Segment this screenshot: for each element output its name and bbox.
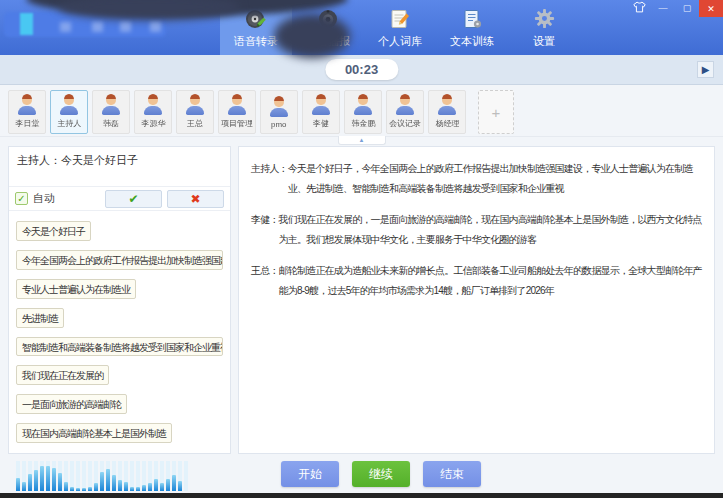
speaker-name: pmo <box>271 119 286 128</box>
waveform-bar <box>172 475 176 491</box>
waveform-bar <box>76 488 80 491</box>
speaker-card[interactable]: 王总 <box>176 90 214 134</box>
play-button[interactable]: ▶ <box>697 61 714 78</box>
divider: ▲ <box>8 136 715 146</box>
speaker-name: 杨经理 <box>435 118 459 129</box>
waveform-bar <box>64 482 68 491</box>
text-training-icon <box>460 7 484 31</box>
end-button[interactable]: 结束 <box>423 461 481 487</box>
transcript-text: 今天是个好日子，今年全国两会上的政府工作报告提出加快制造强国建设，专业人士普遍认… <box>288 159 702 199</box>
logo-ghost <box>60 22 71 32</box>
auto-label: 自动 <box>33 191 55 206</box>
speaker-card[interactable]: 项目管理 <box>218 90 256 134</box>
speaker-card[interactable]: 李健 <box>302 90 340 134</box>
waveform-bar <box>16 478 20 491</box>
live-edit-panel: 主持人：今天是个好日子 ✓ 自动 ✔ ✖ 今天是个好日子 今年全国两会上的政府工… <box>8 146 231 454</box>
auto-checkbox[interactable]: ✓ <box>15 192 28 205</box>
speaker-card[interactable]: 韩金鹏 <box>344 90 382 134</box>
waveform-bar <box>136 487 140 491</box>
waveform-bar <box>58 473 62 491</box>
close-icon: ✕ <box>707 4 715 14</box>
maximize-button[interactable]: ▢ <box>675 0 699 16</box>
waveform-bar <box>28 474 32 491</box>
phrase-tag[interactable]: 智能制造和高端装备制造将越发受到国家和企业重视 <box>16 337 223 357</box>
maximize-icon: ▢ <box>683 3 692 13</box>
waveform-bar <box>154 479 158 491</box>
waveform-bar <box>70 487 74 491</box>
waveform-bar <box>52 468 56 491</box>
minimize-icon: — <box>659 3 668 13</box>
person-avatar-icon <box>269 96 289 117</box>
waveform-bar <box>88 487 92 491</box>
waveform-bar <box>130 487 134 491</box>
waveform-bar <box>82 488 86 491</box>
phrase-tag[interactable]: 专业人士普遍认为在制造业 <box>16 279 136 299</box>
waveform-bar <box>166 479 170 491</box>
person-avatar-icon <box>437 94 457 115</box>
speaker-card[interactable]: pmo <box>260 90 298 134</box>
nav-personal-lexicon[interactable]: 个人词库 <box>364 0 436 55</box>
transcript-panel: 主持人： 今天是个好日子，今年全国两会上的政府工作报告提出加快制造强国建设，专业… <box>238 146 715 454</box>
logo-chip <box>20 13 33 35</box>
speaker-name: 主持人 <box>57 118 81 129</box>
continue-button[interactable]: 继续 <box>352 461 410 487</box>
speaker-name: 韩金鹏 <box>351 118 375 129</box>
cross-icon: ✖ <box>190 192 200 206</box>
speaker-card[interactable]: 李日堂 <box>8 90 46 134</box>
add-speaker-button[interactable]: + <box>478 90 514 134</box>
shirt-icon <box>633 1 646 15</box>
current-utterance-input[interactable]: 主持人：今天是个好日子 <box>9 147 230 187</box>
check-icon: ✔ <box>128 192 138 206</box>
footer-buttons: 开始 继续 结束 <box>281 461 481 487</box>
play-icon: ▶ <box>702 64 710 75</box>
waveform-bar <box>148 483 152 491</box>
person-avatar-icon <box>227 94 247 115</box>
discard-button[interactable]: ✖ <box>167 190 224 208</box>
person-avatar-icon <box>101 94 121 115</box>
content-area: 李日堂 主持人 韩磊 李源华 王总 项目管理 pmo 李健 韩金鹏 会议记录 杨… <box>0 85 723 495</box>
skin-button[interactable] <box>627 0 651 16</box>
nav-label: 语音转录 <box>234 34 278 49</box>
waveform-bar <box>100 472 104 491</box>
minimize-button[interactable]: — <box>651 0 675 16</box>
window-bottom-edge <box>0 493 723 498</box>
collapse-speakers-button[interactable]: ▲ <box>338 136 386 145</box>
phrase-tag[interactable]: 先进制造 <box>16 308 64 328</box>
waveform-bar <box>112 475 116 491</box>
nav-text-training[interactable]: 文本训练 <box>436 0 508 55</box>
confirm-button[interactable]: ✔ <box>105 190 162 208</box>
waveform-bar <box>94 483 98 491</box>
transcript-speaker: 王总： <box>251 261 279 301</box>
speaker-card[interactable]: 主持人 <box>50 90 88 134</box>
start-button[interactable]: 开始 <box>281 461 339 487</box>
speaker-name: 项目管理 <box>221 118 253 129</box>
waveform-bar <box>160 483 164 491</box>
speaker-card[interactable]: 杨经理 <box>428 90 466 134</box>
app-window: 语音转录 语音播报 个人词库 文本训练 <box>0 0 723 498</box>
speaker-name: 韩磊 <box>103 118 119 129</box>
redaction-blob <box>274 14 350 58</box>
waveform-bar <box>34 470 38 491</box>
speakers-row: 李日堂 主持人 韩磊 李源华 王总 项目管理 pmo 李健 韩金鹏 会议记录 杨… <box>8 90 715 134</box>
phrase-tag[interactable]: 一是面向旅游的高端邮轮 <box>16 394 127 414</box>
speaker-name: 李源华 <box>141 118 165 129</box>
auto-row: ✓ 自动 ✔ ✖ <box>9 187 230 211</box>
transcript-text: 我们现在正在发展的，一是面向旅游的高端邮轮，现在国内高端邮轮基本上是国外制造，以… <box>279 210 702 250</box>
speaker-name: 会议记录 <box>389 118 421 129</box>
nav-settings[interactable]: 设置 <box>508 0 580 55</box>
speaker-name: 李日堂 <box>15 118 39 129</box>
waveform-bar <box>106 469 110 491</box>
transcript-entry: 李健： 我们现在正在发展的，一是面向旅游的高端邮轮，现在国内高端邮轮基本上是国外… <box>251 210 702 250</box>
window-controls: — ▢ ✕ <box>627 0 723 17</box>
phrase-tag[interactable]: 今年全国两会上的政府工作报告提出加快制造强国建设 <box>16 250 223 270</box>
close-button[interactable]: ✕ <box>699 0 723 17</box>
phrase-tag[interactable]: 我们现在正在发展的 <box>16 365 109 385</box>
speaker-card[interactable]: 李源华 <box>134 90 172 134</box>
person-avatar-icon <box>143 94 163 115</box>
plus-icon: + <box>492 104 501 121</box>
logo-ghost <box>120 22 131 32</box>
speaker-card[interactable]: 韩磊 <box>92 90 130 134</box>
phrase-tag[interactable]: 现在国内高端邮轮基本上是国外制造 <box>16 423 172 443</box>
speaker-card[interactable]: 会议记录 <box>386 90 424 134</box>
phrase-tag[interactable]: 今天是个好日子 <box>16 221 91 241</box>
